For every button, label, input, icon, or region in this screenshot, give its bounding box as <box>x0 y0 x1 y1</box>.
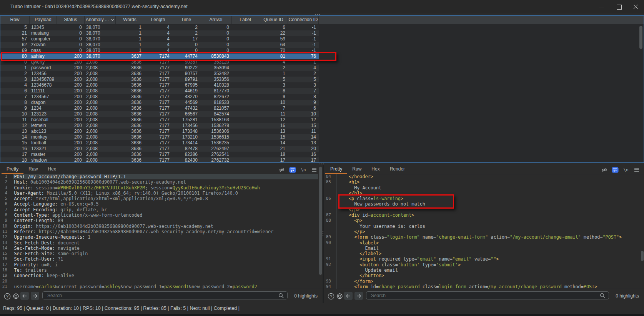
search-input[interactable] <box>47 292 243 299</box>
search-box <box>42 291 288 299</box>
minimize-icon[interactable] <box>599 3 606 10</box>
line-number: 5 <box>0 196 7 201</box>
response-tab-raw[interactable]: Raw <box>347 165 366 174</box>
table-row[interactable]: 12letmein2002,00836367177173456153627816… <box>0 123 319 129</box>
response-scrollbar-thumb[interactable] <box>641 251 644 261</box>
line-number: 7 <box>0 207 7 212</box>
cell-connection-id: 3 <box>288 82 319 88</box>
table-row[interactable]: 101231232002,00836367177665678425741110 <box>0 111 319 117</box>
search-input[interactable] <box>371 292 565 299</box>
cell-row: 4 <box>0 82 30 88</box>
cell-arrival: 0 <box>200 36 232 42</box>
request-tab-pretty[interactable]: Pretty <box>2 165 23 174</box>
cell-connection-id: 2 <box>288 71 319 77</box>
maximize-icon[interactable] <box>616 3 622 10</box>
column-header-row[interactable]: Row <box>0 16 30 24</box>
table-row[interactable]: 13abc1232002,008363671771733481536306131… <box>0 129 319 134</box>
table-row[interactable]: 14monkey2002,008363671771732101536615151… <box>0 134 319 140</box>
table-scrollbar[interactable] <box>639 25 643 162</box>
forward-icon[interactable] <box>354 292 363 300</box>
response-tab-hex[interactable]: Hex <box>366 165 384 174</box>
table-row[interactable]: 912342002,008363671774743282105776 <box>0 105 319 111</box>
cell-payload: 123321 <box>30 146 57 152</box>
table-row[interactable]: 712345672002,008363671774827082267298 <box>0 94 319 100</box>
eye-off-icon[interactable] <box>278 167 285 173</box>
cell-label <box>232 30 259 36</box>
cell-anomaly: 2,008 <box>85 77 116 82</box>
response-editor[interactable]: 84 </header>85 <h1> My Account </h1>86 <… <box>324 174 644 289</box>
splitter-handle-icon[interactable] <box>315 14 320 15</box>
table-row[interactable]: 15football2002,0083636717717341415362351… <box>0 140 319 146</box>
help-icon[interactable]: ? <box>328 293 334 301</box>
table-row[interactable]: 21mustang038,070142022-1 <box>0 30 319 36</box>
table-row[interactable]: 11baseball2002,0083636717717528115381631… <box>0 117 319 123</box>
line-endings-icon[interactable]: \n <box>300 167 307 173</box>
table-row[interactable]: 57computer038,0701417059-1 <box>0 36 319 42</box>
column-header-time[interactable]: Time <box>172 16 200 24</box>
request-tab-hex[interactable]: Hex <box>43 165 61 174</box>
code-line: 1POST /my-account/change-password HTTP/1… <box>0 174 323 179</box>
request-tab-raw[interactable]: Raw <box>23 165 43 174</box>
cell-payload: 1234567 <box>30 94 57 100</box>
cell-time: 17 <box>172 36 200 42</box>
column-header-label[interactable]: Label <box>232 16 259 24</box>
cell-status: 200 <box>57 77 85 82</box>
column-header-connection-id[interactable]: Connection ID <box>288 16 319 24</box>
table-row[interactable]: 21234562002,008363671779075735348212 <box>0 71 319 77</box>
column-header-payload[interactable]: Payload <box>30 16 57 24</box>
line-endings-icon[interactable]: \n <box>622 167 629 173</box>
cell-queue-id: 9 <box>259 94 288 100</box>
table-row[interactable]: 17master2002,008363671778238627625411816 <box>0 152 319 157</box>
cell-row: 11 <box>0 117 30 123</box>
menu-icon[interactable] <box>633 167 640 173</box>
cell-words: 3636 <box>116 117 144 123</box>
soft-wrap-icon[interactable] <box>289 167 296 173</box>
cell-words: 3636 <box>116 77 144 82</box>
menu-icon[interactable] <box>311 167 318 173</box>
response-tab-pretty[interactable]: Pretty <box>325 165 347 174</box>
cell-words: 3636 <box>116 65 144 71</box>
cell-words: 3636 <box>116 140 144 146</box>
request-editor[interactable]: 1POST /my-account/change-password HTTP/1… <box>0 174 323 289</box>
column-header-length[interactable]: Length <box>144 16 172 24</box>
cell-anomaly: 2,008 <box>85 65 116 71</box>
table-row[interactable]: 4123456782002,008363671776799541032833 <box>0 82 319 88</box>
cell-words: 3636 <box>116 94 144 100</box>
table-row[interactable]: 161233212002,008363671778247827624972120 <box>0 146 319 152</box>
code-line: 90 <label> <box>324 240 644 246</box>
cell-length: 7177 <box>144 157 172 163</box>
back-icon[interactable] <box>20 292 29 300</box>
table-row[interactable]: 512345038,07014206-1 <box>0 25 319 30</box>
cell-row: 8 <box>0 100 30 105</box>
cell-anomaly: 2,008 <box>85 94 116 100</box>
settings-icon[interactable] <box>12 293 20 301</box>
help-icon[interactable]: ? <box>4 293 11 301</box>
response-tab-render[interactable]: Render <box>385 165 410 174</box>
cell-anomaly: 2,008 <box>85 117 116 123</box>
forward-icon[interactable] <box>31 292 39 300</box>
cell-connection-id: 6 <box>288 105 319 111</box>
request-scrollbar-thumb[interactable] <box>319 167 322 275</box>
column-header-anomaly[interactable]: Anomaly ... <box>85 16 116 24</box>
scrollbar-thumb[interactable] <box>639 26 642 49</box>
table-row[interactable]: 31234567892002,008363671778979135335655 <box>0 77 319 82</box>
splitter-handle-icon[interactable] <box>323 231 323 236</box>
settings-icon[interactable] <box>336 293 343 301</box>
table-row[interactable]: 18shadow2002,008363671778243027627321717 <box>0 157 319 163</box>
column-header-arrival[interactable]: Arrival <box>200 16 232 24</box>
cell-time: 82478 <box>172 146 200 152</box>
soft-wrap-icon[interactable] <box>612 167 619 173</box>
close-icon[interactable] <box>632 3 639 10</box>
splitter-handle-icon[interactable] <box>320 164 324 164</box>
column-header-queue-id[interactable]: Queue ID <box>259 16 288 24</box>
table-row[interactable]: 1password2002,008363671779027235309424 <box>0 65 319 71</box>
column-header-status[interactable]: Status <box>57 16 85 24</box>
table-row[interactable]: 61111112002,008363671774461981777087 <box>0 88 319 94</box>
table-row[interactable]: 62zxcvbn038,070140064-1 <box>0 42 319 48</box>
column-header-words[interactable]: Words <box>116 16 144 24</box>
cell-queue-id: 12 <box>259 117 288 123</box>
table-row[interactable]: 8dragon2002,0083636717744569818533109 <box>0 100 319 105</box>
back-icon[interactable] <box>344 292 353 300</box>
eye-off-icon[interactable] <box>601 167 608 173</box>
cell-arrival: 1536235 <box>200 140 232 146</box>
